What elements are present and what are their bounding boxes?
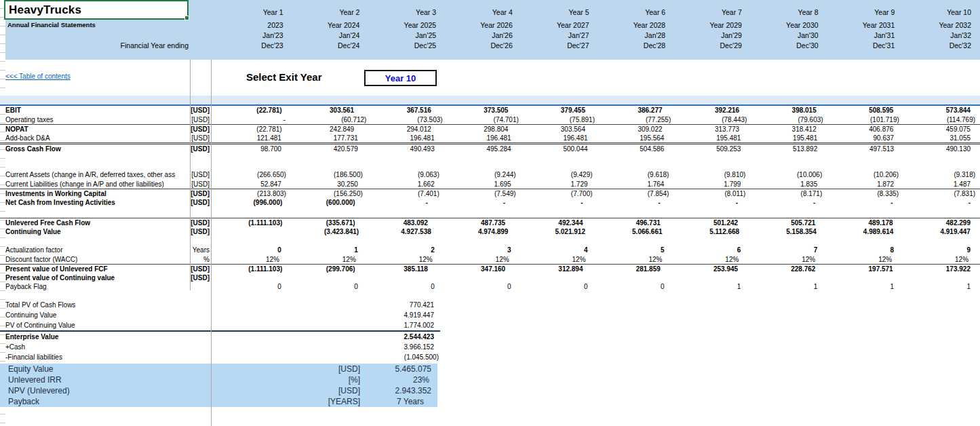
summary-row: +Cash3.966.152 [0,342,440,352]
row-unit: [USD] [191,116,211,123]
year-end-label: Dec'30 [747,41,819,51]
year-start-label: Jan'25 [365,31,436,41]
exit-year-dropdown[interactable]: Year 10 [364,70,437,86]
summary-value: (1.045.500) [352,353,440,361]
value-cell: (8.011) [670,190,747,197]
value-cell: 5.021.912 [514,228,591,235]
value-cell: (996.000) [211,199,283,206]
highlight-band [0,96,980,104]
value-cell: 0 [594,283,671,290]
value-cell: 173.922 [899,265,977,273]
row-values: 121.481177.731196.481196.481196.481195.5… [211,134,977,142]
value-cell: 197.571 [821,265,899,273]
value-cell: 196.481 [364,134,441,142]
year-number-label: Year 5 [518,0,589,20]
value-cell: 379.455 [514,106,591,114]
row-unit: [USD] [191,125,211,133]
value-cell: 195.481 [747,134,823,142]
kpi-row: Unlevered IRR[%]23% [0,374,437,385]
value-cell: (73.503) [368,116,444,123]
row-label: Continuing Value [5,228,191,235]
year-column: Year 6Year 2028Jan'28Dec'28 [594,0,671,51]
value-cell: 12% [288,256,364,263]
year-start-label: Jan'29 [671,31,742,41]
kpi-value: 23% [360,375,437,385]
year-start-label: Jan'26 [442,31,513,41]
row-values: (22.781)303.561367.516373.505379.455386.… [211,106,977,114]
value-cell: (299.706) [283,265,356,273]
value-cell: 5.112.668 [669,228,746,235]
year-number-label: Year 3 [365,0,436,20]
year-end-label: Dec'28 [594,41,665,51]
year-column: Year 3Year 2025Jan'25Dec'25 [365,0,442,51]
summary-row: -Financial liabilities(1.045.500) [0,352,440,362]
table-row: NOPAT[USD](22.781)242.849294.012298.8043… [0,124,980,134]
year-start-label: Jan'27 [518,31,589,41]
year-end-label: Dec'25 [365,41,436,51]
row-label: Unlevered Free Cash Flow [5,219,191,227]
value-cell: - [211,116,292,123]
value-cell: 573.844 [899,106,977,114]
table-row: Unlevered Free Cash Flow[USD](1.111.103)… [0,218,980,227]
value-cell: 482.299 [899,219,977,227]
selected-title-cell[interactable]: HeavyTrucks [4,0,189,20]
page-title: HeavyTrucks [9,3,81,17]
value-cell: 367.516 [360,106,437,114]
value-cell: 1 [288,246,364,254]
row-unit: [USD] [191,265,211,273]
year-end-label: Dec'31 [824,41,895,51]
value-cell: 31.055 [900,134,977,142]
toc-link[interactable]: <<< Table of contents [5,73,71,80]
year-start-label: Jan'24 [289,31,360,41]
year-column: Year 7Year 2029Jan'29Dec'29 [671,0,747,51]
year-number-label: Year 8 [747,0,819,20]
year-column: Year 5Year 2027Jan'27Dec'27 [518,0,595,51]
value-cell: 7 [747,246,823,254]
row-label: Present value of Unlevered FCF [5,265,191,273]
kpi-value: 5.465.075 [360,364,437,374]
value-cell: (156.250) [288,190,364,197]
value-cell: 303.564 [514,125,591,133]
value-cell: 12% [211,256,288,263]
value-cell: 1.872 [823,180,900,188]
value-cell: (1.111.103) [211,265,283,273]
selection-handle-icon[interactable] [184,16,189,20]
value-cell: (7.854) [594,190,671,197]
financial-table: EBIT[USD](22.781)303.561367.516373.50537… [0,106,980,292]
value-cell: (186.500) [288,171,364,178]
summary-value: 2.544.423 [352,333,440,341]
value-cell: 8 [823,246,900,254]
year-calendar-label: Year 2025 [365,20,436,31]
row-spacer [0,153,980,170]
summary-value: 1.774.002 [352,322,440,329]
year-calendar-label: Year 2024 [289,20,360,31]
value-cell: (9.429) [517,171,594,178]
value-cell: 497.513 [823,145,900,153]
value-cell: 500.044 [517,145,594,153]
kpi-label: NPV (Unlevered) [8,386,212,395]
year-start-label: Jan'30 [747,31,819,41]
kpi-row: NPV (Unlevered)[USD]2.943.352 [0,385,437,396]
value-cell: 1.487 [900,180,977,188]
row-label: Operating taxes [5,116,191,123]
table-row: EBIT[USD](22.781)303.561367.516373.50537… [0,106,980,115]
value-cell: 177.731 [288,134,364,142]
summary-label: Enterprise Value [5,333,352,341]
value-cell: 490.130 [900,145,977,153]
row-values: (996.000)(600.000)-------- [211,199,977,206]
year-column: Year 10Year 2032Jan'32Dec'32 [900,0,977,51]
table-row: Actualization factorYears0123456789 [0,246,980,255]
year-start-label: Jan'32 [900,31,971,41]
row-values: 12%12%12%12%12%12%12%12%12%12% [211,256,977,263]
value-cell: 501.242 [667,219,744,227]
row-values: (1.111.103)(335.671)483.092487.735492.34… [211,219,977,227]
year-number-label: Year 10 [900,0,971,20]
value-cell: 495.284 [441,145,517,153]
value-cell: 496.731 [589,219,666,227]
value-cell: 12% [441,256,517,263]
value-cell: 373.505 [437,106,515,114]
row-values: -(60.712)(73.503)(74.701)(75.891)(77.255… [211,116,977,123]
value-cell: 0 [211,283,288,290]
row-unit: [USD] [191,171,211,178]
row-label: Payback Flag [5,283,191,290]
